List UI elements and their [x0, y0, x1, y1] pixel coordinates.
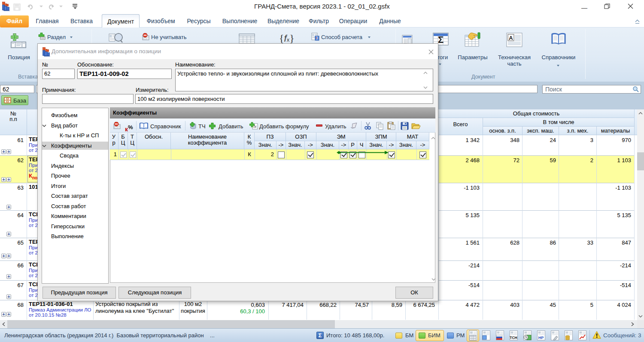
svg-text:ТСН: ТСН [510, 336, 517, 340]
svg-text:Σ: Σ [438, 34, 444, 45]
svg-text:A: A [509, 35, 513, 41]
svg-text:НР: НР [538, 336, 544, 340]
